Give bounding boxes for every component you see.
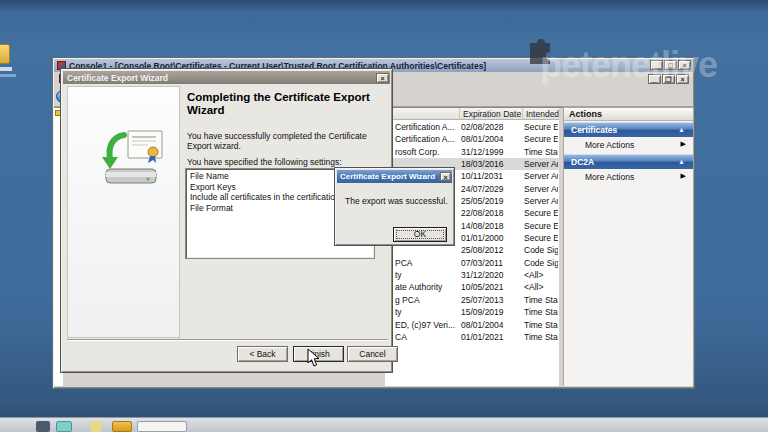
table-row[interactable]: ED, (c)97 Veri...08/01/2004Time Star (385, 319, 559, 331)
cell-intended-purpose: Server Au (524, 171, 558, 181)
maximize-icon[interactable]: □ (664, 60, 677, 70)
actions-section-dc2a-label: DC2A (571, 157, 594, 167)
more-actions-certificates[interactable]: More Actions ▶ (564, 137, 693, 153)
finish-button[interactable]: Finish (293, 346, 344, 362)
cell-expiration-date: 01/01/2000 (461, 233, 521, 243)
cell-expiration-date: 07/03/2011 (461, 258, 521, 268)
column-expiration-date[interactable]: Expiration Date (461, 108, 523, 120)
ok-button[interactable]: OK (393, 227, 447, 242)
actions-section-certificates-label: Certificates (571, 125, 617, 135)
cell-intended-purpose: Secure Er (524, 233, 558, 243)
taskbar[interactable] (0, 417, 768, 432)
cell-intended-purpose: Secure Er (524, 208, 558, 218)
wizard-titlebar[interactable]: Certificate Export Wizard × (63, 71, 390, 84)
child-close-icon[interactable]: × (676, 74, 689, 84)
cell-issued-by: Certification A... (395, 122, 459, 132)
more-actions-label: More Actions (585, 140, 634, 150)
cell-expiration-date: 24/07/2029 (461, 184, 521, 194)
cell-intended-purpose: <All> (524, 282, 558, 292)
cell-expiration-date: 10/05/2021 (461, 282, 521, 292)
cell-issued-by: ate Authority (395, 282, 459, 292)
cell-intended-purpose: Time Star (524, 332, 558, 342)
wizard-settings-caption: You have specified the following setting… (187, 157, 387, 167)
cell-intended-purpose: Code Sigr (524, 258, 558, 268)
cell-intended-purpose: Server Au (524, 184, 558, 194)
certificate-list: Expiration Date Intended Certification A… (385, 107, 559, 386)
table-row[interactable]: ty31/12/2020<All> (385, 269, 559, 281)
close-icon[interactable]: × (376, 73, 389, 83)
cell-expiration-date: 10/11/2031 (461, 171, 521, 181)
submenu-arrow-icon: ▶ (681, 140, 686, 148)
cell-expiration-date: 25/07/2013 (461, 295, 521, 305)
cell-expiration-date: 18/03/2016 (461, 159, 521, 169)
cell-issued-by: ty (395, 307, 459, 317)
more-actions-dc2a[interactable]: More Actions ▶ (564, 169, 693, 185)
column-intended[interactable]: Intended (524, 108, 559, 120)
table-row[interactable]: rosoft Corp.31/12/1999Time Star (385, 146, 559, 158)
actions-section-certificates[interactable]: Certificates ▲ (564, 122, 693, 137)
list-header-row: Expiration Date Intended (385, 108, 559, 120)
cell-issued-by: ED, (c)97 Veri... (395, 320, 459, 330)
export-success-dialog: Certificate Export Wizard × The export w… (334, 167, 455, 246)
cell-expiration-date: 31/12/1999 (461, 147, 521, 157)
desktop-shortcut-label (0, 67, 12, 71)
child-minimize-icon[interactable]: _ (648, 74, 661, 84)
cell-expiration-date: 02/08/2028 (461, 122, 521, 132)
wizard-side-panel (67, 86, 180, 338)
back-button[interactable]: < Back (237, 346, 288, 362)
separator (67, 339, 388, 341)
cell-expiration-date: 25/05/2019 (461, 196, 521, 206)
minimize-icon[interactable]: _ (650, 60, 663, 70)
cell-intended-purpose: <All> (524, 270, 558, 280)
msgbox-message: The export was successful. (345, 196, 450, 206)
close-icon[interactable]: × (440, 172, 451, 181)
submenu-arrow-icon: ▶ (681, 172, 686, 180)
cell-intended-purpose: Time Star (524, 295, 558, 305)
cell-issued-by: CA (395, 332, 459, 342)
cell-expiration-date: 15/09/2019 (461, 307, 521, 317)
taskbar-start-icon[interactable] (36, 421, 50, 432)
taskbar-app-icon[interactable] (56, 421, 72, 432)
desktop-shortcut-icon[interactable] (0, 44, 10, 64)
table-row[interactable]: ty15/09/2019Time Star (385, 306, 559, 318)
table-row[interactable]: ate Authority10/05/2021<All> (385, 281, 559, 293)
collapse-icon[interactable]: ▲ (678, 126, 685, 133)
taskbar-window-button[interactable] (137, 421, 187, 432)
wizard-heading: Completing the Certificate Export Wizard (187, 91, 397, 117)
cell-expiration-date: 31/12/2020 (461, 270, 521, 280)
cell-intended-purpose: Time Star (524, 147, 558, 157)
cell-expiration-date: 08/01/2004 (461, 134, 521, 144)
msgbox-title: Certificate Export Wizard (337, 172, 440, 181)
table-row[interactable]: Certification A...08/01/2004Secure Er (385, 133, 559, 145)
table-row[interactable]: 25/08/2012Code Sigr (385, 244, 559, 256)
cell-issued-by: ty (395, 270, 459, 280)
table-row[interactable]: PCA07/03/2011Code Sigr (385, 257, 559, 269)
collapse-icon[interactable]: ▲ (678, 158, 685, 165)
cancel-button[interactable]: Cancel (347, 346, 398, 362)
close-icon[interactable]: × (678, 60, 691, 70)
cell-intended-purpose: Server Au (524, 159, 558, 169)
table-row[interactable]: CA01/01/2021Time Star (385, 331, 559, 343)
taskbar-app-icon[interactable] (90, 421, 102, 432)
actions-pane-title: Actions (564, 108, 693, 121)
more-actions-label: More Actions (585, 172, 634, 182)
table-row[interactable]: g PCA25/07/2013Time Star (385, 294, 559, 306)
cell-intended-purpose: Code Sigr (524, 245, 558, 255)
cell-issued-by: PCA (395, 258, 459, 268)
taskbar-app-icon[interactable] (112, 421, 132, 432)
cell-issued-by: rosoft Corp. (395, 147, 459, 157)
cell-expiration-date: 22/08/2018 (461, 208, 521, 218)
cell-intended-purpose: Secure Er (524, 134, 558, 144)
cell-intended-purpose: Time Star (524, 307, 558, 317)
table-row[interactable]: Certification A...02/08/2028Secure Er (385, 121, 559, 133)
msgbox-titlebar[interactable]: Certificate Export Wizard × (337, 170, 452, 183)
cell-expiration-date: 14/08/2018 (461, 221, 521, 231)
desktop-shortcut-sublabel (0, 74, 16, 77)
actions-section-dc2a[interactable]: DC2A ▲ (564, 154, 693, 169)
cell-issued-by: g PCA (395, 295, 459, 305)
wizard-body-text: You have successfully completed the Cert… (187, 131, 387, 151)
cell-expiration-date: 25/08/2012 (461, 245, 521, 255)
child-restore-icon[interactable]: ❐ (662, 74, 675, 84)
cell-intended-purpose: Secure Er (524, 122, 558, 132)
wizard-title: Certificate Export Wizard (63, 73, 376, 83)
